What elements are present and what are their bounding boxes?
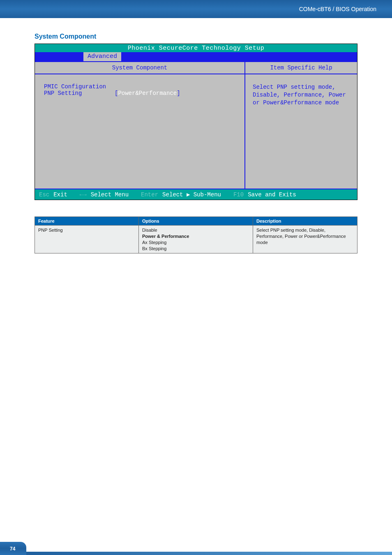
bios-title-bar: Phoenix SecureCore Technology Setup [35, 44, 357, 52]
section-heading: System Component [35, 33, 392, 40]
feature-table: Feature Options Description PNP Setting … [35, 216, 357, 253]
panel-title-left: System Component [35, 62, 245, 74]
opt-power-performance: Power & Performance [142, 234, 189, 239]
key-f10: F10 [233, 191, 244, 198]
opt-disable: Disable [142, 228, 157, 233]
tab-advanced[interactable]: Advanced [83, 52, 121, 61]
bios-column-headers: System Component Item Specific Help [35, 61, 357, 74]
cell-feature: PNP Setting [35, 226, 139, 253]
pnp-setting-row[interactable]: PNP Setting [Power&Performance] [44, 90, 239, 97]
key-esc: Esc [39, 191, 49, 198]
bios-help-panel: Select PNP setting mode, Disable, Perfor… [245, 74, 357, 189]
opt-ax-stepping: Ax Stepping [142, 240, 166, 245]
table-row: PNP Setting Disable Power & Performance … [35, 226, 357, 253]
cell-options: Disable Power & Performance Ax Stepping … [139, 226, 253, 253]
key-enter: Enter [141, 191, 158, 198]
label-exit: Exit [53, 191, 67, 198]
bios-tab-row: Advanced [35, 52, 357, 61]
pnp-setting-value-wrap: [Power&Performance] [115, 90, 180, 97]
breadcrumb: COMe-cBT6 / BIOS Operation [299, 6, 376, 12]
page-footer: 74 [0, 536, 392, 555]
panel-title-right: Item Specific Help [245, 62, 357, 74]
label-select-submenu: Select ▶ Sub-Menu [162, 191, 221, 198]
opt-bx-stepping: Bx Stepping [142, 246, 166, 251]
cell-description: Select PNP setting mode, Disable, Perfor… [253, 226, 357, 253]
pnp-setting-value[interactable]: Power&Performance [118, 90, 177, 97]
bios-screenshot: Phoenix SecureCore Technology Setup Adva… [35, 44, 357, 200]
label-select-menu: Select Menu [91, 191, 129, 198]
pmic-configuration-row[interactable]: PMIC Configuration [44, 83, 239, 90]
th-feature: Feature [35, 217, 139, 226]
tab-spacer [35, 52, 83, 61]
doc-header-bar: COMe-cBT6 / BIOS Operation [0, 0, 392, 18]
page-number: 74 [0, 542, 26, 555]
label-save-exit: Save and Exits [248, 191, 296, 198]
key-arrows: ←→ [80, 191, 87, 198]
bios-settings-panel: PMIC Configuration PNP Setting [Power&Pe… [35, 74, 245, 189]
bios-footer-bar: Esc Exit ←→ Select Menu Enter Select ▶ S… [35, 189, 357, 200]
table-header-row: Feature Options Description [35, 217, 357, 226]
th-description: Description [253, 217, 357, 226]
pnp-setting-label: PNP Setting [44, 90, 115, 97]
footer-gradient-line [26, 552, 392, 555]
bios-body: PMIC Configuration PNP Setting [Power&Pe… [35, 74, 357, 189]
th-options: Options [139, 217, 253, 226]
